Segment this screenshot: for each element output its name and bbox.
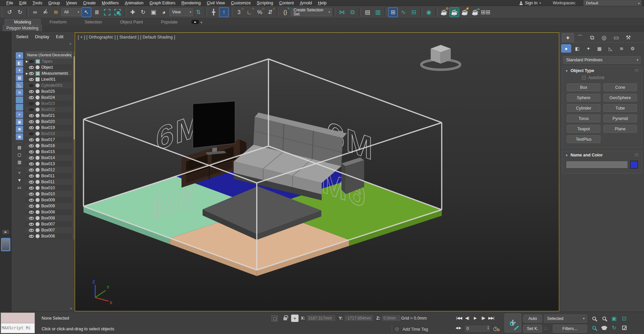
display-groups-icon[interactable]: ⧉ — [16, 96, 23, 103]
x-coordinate-field[interactable]: 3187.317mm — [306, 315, 336, 322]
zoom-all-icon[interactable] — [599, 314, 609, 323]
sort-header[interactable]: Name (Sorted Descending) — [25, 52, 72, 58]
explorer-row[interactable]: Box024 — [25, 94, 72, 101]
object-type-button[interactable]: Sphere — [567, 94, 600, 102]
explorer-menu-item[interactable]: Select — [16, 34, 28, 39]
ribbon-tab[interactable]: Freeform — [41, 19, 76, 25]
explorer-row[interactable]: Box015 — [25, 149, 72, 155]
create-selection-set-select[interactable]: Create Selection Set — [291, 8, 332, 16]
menu-item[interactable]: Content — [276, 0, 297, 6]
toolbar-drag-handle[interactable] — [1, 7, 3, 17]
visibility-eye-icon[interactable] — [29, 162, 34, 165]
go-to-start-button[interactable]: |◀◀ — [455, 314, 463, 322]
visibility-eye-icon[interactable] — [29, 193, 34, 196]
display-bones-icon[interactable]: ⌖ — [16, 111, 23, 118]
visibility-eye-icon[interactable] — [29, 78, 34, 81]
select-and-scale-icon[interactable]: ▣ — [149, 7, 158, 17]
visibility-eye-icon[interactable] — [29, 138, 34, 141]
explorer-row[interactable]: Box014 — [25, 155, 72, 161]
zoom-extents-all-icon[interactable]: ⊡ — [619, 314, 629, 323]
render-in-cloud-icon[interactable]: ☕ ☁ — [470, 7, 480, 17]
z-coordinate-field[interactable]: 0.0mm — [381, 315, 401, 322]
select-by-name-icon[interactable]: ≣ — [92, 7, 102, 17]
ribbon-tab[interactable]: Modeling — [5, 19, 41, 25]
isolate-selection-toggle-icon[interactable] — [272, 316, 277, 321]
object-type-button[interactable]: Plane — [603, 125, 637, 133]
visibility-eye-icon[interactable] — [29, 156, 34, 159]
visibility-eye-icon[interactable] — [29, 72, 34, 75]
visibility-eye-icon[interactable] — [29, 126, 34, 129]
menu-item[interactable]: Customize — [228, 0, 254, 6]
select-and-move-icon[interactable]: ✚ — [128, 7, 138, 17]
curve-editor-icon[interactable]: ∿ — [398, 7, 408, 17]
visibility-eye-icon[interactable] — [29, 223, 34, 226]
maxscript-mini-listener[interactable]: MAXScript Mi — [1, 313, 35, 333]
align-icon[interactable]: ⧉ — [347, 7, 357, 17]
redo-icon[interactable]: ↻ — [15, 7, 25, 17]
menu-item[interactable]: Views — [63, 0, 80, 6]
explorer-row[interactable]: Box007 — [25, 221, 72, 227]
maxscript-listener-field[interactable]: MAXScript Mi — [1, 323, 35, 333]
maxscript-editor-icon[interactable]: {} ✎ — [280, 7, 290, 17]
menu-item[interactable]: Civil View — [204, 0, 228, 6]
explorer-notes-icon[interactable]: ▥ — [16, 159, 23, 165]
previous-frame-button[interactable]: ◀|| — [464, 314, 471, 322]
viewport-canvas[interactable]: 6M 6M 6M 6M — [74, 32, 559, 312]
object-name-field[interactable] — [566, 161, 628, 169]
explorer-row[interactable]: Box011 — [25, 179, 72, 185]
ribbon-tab[interactable]: Object Paint — [111, 19, 152, 25]
set-key-button[interactable]: Set K. — [523, 325, 542, 333]
time-configuration-icon[interactable]: ◷⚙ — [493, 325, 498, 332]
select-and-rotate-icon[interactable]: ↻ — [138, 7, 148, 17]
key-mode-toggle-icon[interactable]: ◀▶ — [455, 326, 462, 330]
object-type-button[interactable]: Torus — [567, 115, 600, 122]
explorer-row[interactable]: Cylinder001 — [25, 82, 72, 88]
filter-icon[interactable]: ▼ — [16, 177, 23, 184]
menu-item[interactable]: Edit — [16, 0, 30, 6]
tab-create[interactable]: + — [562, 33, 574, 42]
object-type-button[interactable]: Cylinder — [567, 104, 600, 112]
asset-library-icon[interactable]: ⊞⊞ — [481, 7, 490, 17]
menu-item[interactable]: Modifiers — [99, 0, 122, 6]
object-type-button[interactable]: GeoSphere — [603, 94, 637, 102]
tab-display[interactable]: ▭ — [610, 33, 622, 42]
explorer-overflow-chevron[interactable]: » — [69, 42, 71, 46]
autogrid-checkbox[interactable] — [582, 76, 586, 80]
ribbon-toggle-icon[interactable]: ⊞ — [388, 7, 398, 17]
rendered-frame-window-icon[interactable]: ☕ — [449, 7, 459, 17]
explorer-row[interactable]: Box010 — [25, 185, 72, 191]
sign-in-button[interactable]: Sign In ▾ — [516, 0, 544, 6]
visibility-eye-icon[interactable] — [29, 169, 34, 172]
display-space-warps-icon[interactable]: ≋ — [16, 89, 23, 96]
set-keys-button[interactable]: + — [504, 314, 521, 332]
visibility-eye-icon[interactable] — [29, 211, 34, 214]
explorer-list-view-icon[interactable]: ▤ — [16, 144, 23, 151]
visibility-eye-icon[interactable] — [29, 120, 34, 123]
explorer-row[interactable]: Box021 — [25, 113, 72, 119]
current-frame-field[interactable]: 0 ▲▼ — [464, 325, 490, 332]
add-time-tag-button[interactable]: Add Time Tag — [402, 327, 428, 332]
display-xrefs-icon[interactable]: ⊕ — [16, 104, 23, 111]
display-hidden-icon[interactable]: ◉ — [16, 133, 23, 140]
visibility-eye-icon[interactable] — [29, 96, 34, 99]
frame-spinner[interactable]: ▲▼ — [487, 326, 489, 330]
ribbon-tab[interactable]: Selection — [75, 19, 111, 25]
tab-motion[interactable]: ◎ — [598, 33, 610, 42]
unlink-selection-icon[interactable]: ∞ — [41, 7, 50, 17]
ribbon-minimize-caret-icon[interactable]: ▾ — [201, 21, 202, 24]
filters-button[interactable]: Filters... — [553, 325, 587, 333]
visibility-eye-icon[interactable] — [29, 84, 34, 87]
zoom-icon[interactable] — [589, 314, 599, 323]
tab-utilities[interactable]: ⚒ — [622, 33, 634, 42]
scene-explorer-toggle-icon[interactable]: ▥ — [373, 7, 383, 17]
key-filter-select[interactable]: Selected — [544, 315, 587, 323]
visibility-eye-icon[interactable] — [29, 181, 34, 184]
category-shapes[interactable]: ◧ — [572, 44, 582, 53]
tab-modify[interactable]: ⌒ — [574, 33, 586, 42]
visibility-eye-icon[interactable] — [29, 235, 34, 238]
selection-lock-toggle-icon[interactable] — [283, 317, 287, 320]
menu-item[interactable]: Arnold — [297, 0, 315, 6]
mirror-icon[interactable]: ⋈ — [337, 7, 347, 17]
visibility-eye-icon[interactable] — [29, 102, 34, 105]
explorer-row[interactable]: Box019 — [25, 125, 72, 131]
